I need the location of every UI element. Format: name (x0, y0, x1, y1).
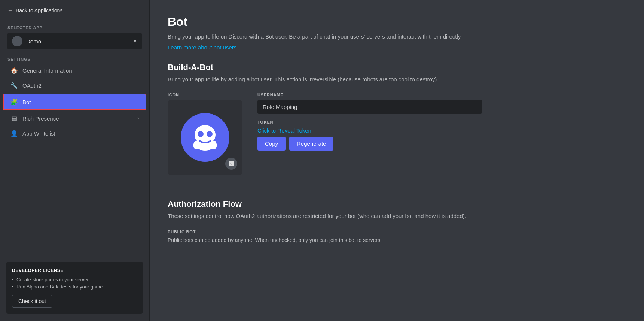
nav-item-label-oauth2: OAuth2 (22, 82, 42, 89)
nav-item-label-app-whitelist: App Whitelist (22, 130, 55, 137)
bot-icon-container[interactable] (168, 100, 242, 175)
build-a-bot-title: Build-A-Bot (168, 63, 626, 72)
discord-logo-icon (188, 124, 222, 151)
dropdown-arrow-icon: ▼ (133, 39, 137, 44)
wrench-icon: 🔧 (10, 82, 18, 89)
username-token-section: USERNAME TOKEN Click to Reveal Token Cop… (257, 93, 482, 175)
username-field-label: USERNAME (257, 93, 482, 97)
puzzle-icon: 🧩 (10, 98, 18, 106)
icon-field-label: ICON (168, 93, 242, 97)
back-arrow-icon: ← (7, 7, 13, 13)
auth-flow-description: These settings control how OAuth2 author… (168, 212, 474, 221)
nav-item-label-rich-presence: Rich Presence (22, 115, 59, 122)
svg-point-1 (198, 131, 204, 137)
token-field-group: TOKEN Click to Reveal Token Copy Regener… (257, 120, 482, 151)
dev-license-item-1: Create store pages in your server (12, 277, 137, 282)
build-a-bot-description: Bring your app to life by adding a bot u… (168, 75, 474, 84)
check-it-out-button[interactable]: Check it out (12, 295, 52, 308)
edit-icon-badge[interactable] (225, 158, 237, 170)
bot-config-area: ICON (168, 93, 626, 175)
selected-app-label: SELECTED APP (7, 25, 142, 30)
app-avatar-inner (12, 36, 22, 46)
back-to-applications-link[interactable]: ← Back to Applications (0, 0, 149, 19)
username-input[interactable] (257, 100, 482, 114)
sidebar: ← Back to Applications SELECTED APP Demo… (0, 0, 150, 321)
nav-item-label-general: General Information (22, 67, 72, 74)
home-icon: 🏠 (10, 67, 18, 74)
username-field-group: USERNAME (257, 93, 482, 114)
sidebar-item-bot[interactable]: 🧩 Bot (3, 94, 146, 110)
back-link-label: Back to Applications (16, 7, 62, 13)
bot-avatar-circle (181, 113, 229, 162)
developer-license-card: DEVELOPER LICENSE Create store pages in … (6, 262, 143, 314)
dev-license-title: DEVELOPER LICENSE (12, 268, 137, 273)
nav-item-label-bot: Bot (22, 99, 31, 105)
sidebar-item-oauth2[interactable]: 🔧 OAuth2 (3, 78, 146, 93)
page-description: Bring your app to life on Discord with a… (168, 33, 467, 41)
camera-plus-icon (228, 160, 235, 167)
reveal-token-link[interactable]: Click to Reveal Token (257, 127, 482, 134)
learn-more-link[interactable]: Learn more about bot users (168, 44, 236, 51)
section-divider (168, 190, 626, 190)
chevron-right-icon: › (137, 116, 139, 121)
public-bot-description: Public bots can be added by anyone. When… (168, 236, 626, 244)
regenerate-token-button[interactable]: Regenerate (289, 137, 333, 151)
app-selector-dropdown[interactable]: Demo ▼ (7, 33, 142, 49)
bot-icon-section: ICON (168, 93, 242, 175)
person-icon: 👤 (10, 130, 18, 137)
app-name-label: Demo (26, 38, 129, 45)
sidebar-item-general-information[interactable]: 🏠 General Information (3, 63, 146, 78)
app-avatar (12, 36, 22, 46)
rich-presence-icon: ▤ (10, 115, 18, 122)
authorization-flow-section: Authorization Flow These settings contro… (168, 199, 626, 244)
auth-flow-title: Authorization Flow (168, 199, 626, 209)
main-content: Bot Bring your app to life on Discord wi… (150, 0, 644, 321)
public-bot-label: PUBLIC BOT (168, 230, 626, 234)
settings-label: SETTINGS (0, 57, 149, 61)
copy-token-button[interactable]: Copy (257, 137, 286, 151)
sidebar-item-app-whitelist[interactable]: 👤 App Whitelist (3, 126, 146, 141)
svg-point-2 (207, 131, 213, 137)
token-button-row: Copy Regenerate (257, 137, 482, 151)
token-field-label: TOKEN (257, 120, 482, 124)
dev-license-item-2: Run Alpha and Beta tests for your game (12, 284, 137, 290)
sidebar-item-rich-presence[interactable]: ▤ Rich Presence › (3, 111, 146, 126)
dev-license-list: Create store pages in your server Run Al… (12, 277, 137, 290)
page-title: Bot (168, 15, 626, 29)
